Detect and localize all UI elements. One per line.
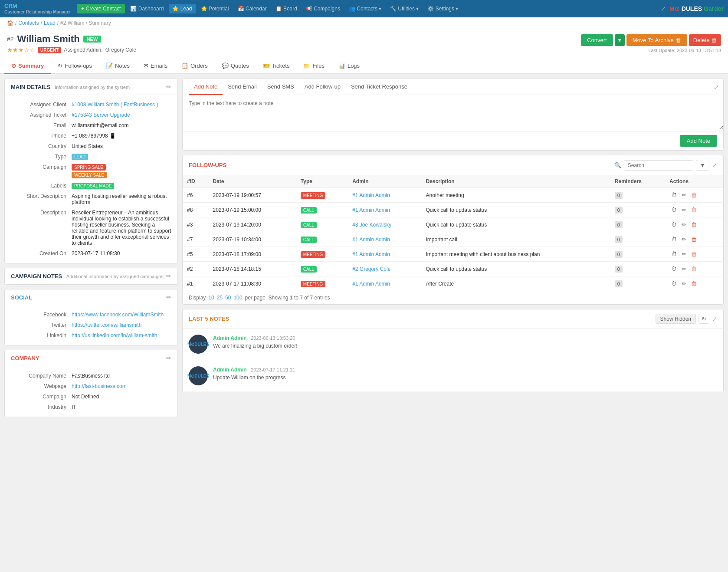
tab-tickets[interactable]: 🎫 Tickets [256, 58, 297, 74]
delete-icon[interactable]: 🗑 [689, 191, 698, 199]
star-icon[interactable]: ☆ [93, 154, 98, 160]
tab-send-sms[interactable]: Send SMS [262, 79, 299, 95]
table-row: #8 2023-07-19 15:00:00 CALL #1 Admin Adm… [183, 203, 723, 217]
note-textarea[interactable] [183, 95, 723, 130]
company-body: Company Name FastBusiness ltd Webpage ht… [5, 366, 177, 417]
tab-summary[interactable]: ⊙ Summary [4, 58, 51, 74]
row-description: Important call [422, 232, 610, 247]
page-size-50[interactable]: 50 [225, 295, 231, 301]
page-size-25[interactable]: 25 [217, 295, 223, 301]
tab-logs[interactable]: 📊 Logs [331, 58, 367, 74]
twitter-link[interactable]: https://twitter.com/williamsmith [72, 322, 141, 328]
expand-icon[interactable]: ⤢ [659, 3, 668, 14]
nav-potential[interactable]: ⭐ Potential [197, 4, 233, 13]
row-description: After Create [422, 276, 610, 291]
nav-utilities[interactable]: 🔧 Utilities ▾ [387, 4, 422, 13]
social-edit-icon[interactable]: ✏ [166, 294, 171, 301]
nav-calendar[interactable]: 📅 Calendar [234, 4, 270, 13]
edit-icon[interactable]: ✏ [680, 191, 688, 199]
convert-button[interactable]: Convert [581, 34, 613, 46]
add-note-expand-icon[interactable]: ⤢ [714, 84, 719, 91]
nav-lead[interactable]: ⭐ Lead [169, 4, 195, 13]
reminder-icon[interactable]: ⏱ [669, 206, 679, 214]
delete-icon[interactable]: 🗑 [689, 279, 698, 288]
nav-campaigns[interactable]: 📢 Campaigns [302, 4, 344, 13]
edit-icon[interactable]: ✏ [680, 250, 688, 258]
tab-send-email[interactable]: Send Email [223, 79, 262, 95]
tab-followups[interactable]: ↻ Follow-ups [51, 58, 99, 74]
campaign-spring-badge: SPRING SALE [72, 164, 106, 171]
archive-button[interactable]: Move To Archive 🗑 [626, 34, 687, 46]
reminder-icon[interactable]: ⏱ [669, 279, 679, 288]
detail-phone: Phone +1 0897897998 📱 [11, 131, 171, 141]
nav-dashboard[interactable]: 📊 Dashboard [127, 4, 167, 13]
reminder-icon[interactable]: ⏱ [669, 191, 679, 199]
tab-ticket-response[interactable]: Send Ticket Response [346, 79, 413, 95]
followups-filter-button[interactable]: ▼ [696, 160, 709, 171]
show-hidden-button[interactable]: Show Hidden [656, 314, 696, 324]
edit-icon[interactable]: ✏ [680, 206, 688, 214]
add-note-button[interactable]: Add Note [680, 135, 717, 147]
tab-orders[interactable]: 📋 Orders [174, 58, 215, 74]
delete-icon[interactable]: 🗑 [689, 235, 698, 243]
company-webpage-link[interactable]: http://fast-business.com [72, 383, 127, 389]
row-date: 2023-07-17 11:08:30 [209, 276, 296, 291]
row-actions: ⏱ ✏ 🗑 [665, 217, 723, 232]
tab-emails[interactable]: ✉ Emails [137, 58, 174, 74]
delete-button[interactable]: Delete 🗑 [689, 34, 721, 46]
row-type: MEETING [296, 276, 348, 291]
assigned-client-link[interactable]: #1008 William Smith ( FastBusiness ) [72, 102, 158, 108]
edit-icon[interactable]: ✏ [680, 265, 688, 273]
edit-icon[interactable]: ✏ [680, 220, 688, 229]
convert-dropdown-button[interactable]: ▾ [615, 34, 625, 46]
linkedin-link[interactable]: http://us.linkedin.com/in/william-smith [72, 332, 157, 339]
page-size-100[interactable]: 100 [233, 295, 242, 301]
main-details-subtitle: Information assigned by the system [55, 85, 130, 90]
assigned-ticket-link[interactable]: #175343 Server Upgrade [72, 112, 130, 118]
facebook-link[interactable]: https://www.facebook.com/WilliamSmith [72, 312, 164, 318]
create-contact-button[interactable]: + Create Contact [77, 4, 125, 13]
detail-country: Country United States [11, 141, 171, 151]
reminder-icon[interactable]: ⏱ [669, 220, 679, 229]
company-campaign-value: Not Defined [72, 394, 171, 400]
company-header: COMPANY ✏ [5, 350, 177, 366]
home-icon[interactable]: 🏠 [7, 20, 13, 26]
assigned-admin-label: Assigned Admin: [64, 47, 102, 53]
reminder-icon[interactable]: ⏱ [669, 250, 679, 258]
campaign-notes-edit-icon[interactable]: ✏ [166, 273, 171, 279]
tab-files[interactable]: 📁 Files [296, 58, 331, 74]
reminder-icon[interactable]: ⏱ [669, 265, 679, 273]
delete-icon[interactable]: 🗑 [689, 220, 698, 229]
followups-expand-icon[interactable]: ⤢ [712, 162, 717, 169]
refresh-notes-button[interactable]: ↻ [698, 314, 709, 324]
tab-quotes[interactable]: 💬 Quotes [215, 58, 256, 74]
header-right: Convert ▾ Move To Archive 🗑 Delete 🗑 Las… [581, 34, 721, 53]
page-size-10[interactable]: 10 [208, 295, 214, 301]
delete-icon[interactable]: 🗑 [689, 206, 698, 214]
row-actions: ⏱ ✏ 🗑 [665, 276, 723, 291]
delete-icon[interactable]: 🗑 [689, 265, 698, 273]
followups-search-input[interactable] [624, 160, 693, 171]
main-details-header: MAIN DETAILS Information assigned by the… [5, 79, 177, 95]
edit-icon[interactable]: ✏ [680, 279, 688, 288]
add-note-card: Add Note Send Email Send SMS Add Follow-… [182, 79, 724, 151]
reminder-icon[interactable]: ⏱ [669, 235, 679, 243]
breadcrumb-contacts[interactable]: Contacts [18, 20, 39, 26]
nav-settings[interactable]: ⚙️ Settings ▾ [424, 4, 462, 13]
row-actions: ⏱ ✏ 🗑 [665, 203, 723, 217]
tab-add-note[interactable]: Add Note [189, 79, 223, 95]
row-reminders: 0 [610, 232, 665, 247]
breadcrumb-lead[interactable]: Lead [44, 20, 56, 26]
edit-icon[interactable]: ✏ [680, 235, 688, 243]
nav-contacts[interactable]: 👥 Contacts ▾ [345, 4, 385, 13]
tab-add-followup[interactable]: Add Follow-up [299, 79, 346, 95]
breadcrumb: 🏠 / Contacts / Lead / #2 William / Summa… [0, 17, 728, 29]
expand-notes-button[interactable]: ⤢ [712, 314, 717, 324]
delete-icon[interactable]: 🗑 [689, 250, 698, 258]
company-edit-icon[interactable]: ✏ [166, 355, 171, 362]
nav-board[interactable]: 📋 Board [272, 4, 301, 13]
main-details-title: MAIN DETAILS [11, 84, 50, 90]
tab-notes[interactable]: 📝 Notes [99, 58, 137, 74]
main-details-edit-icon[interactable]: ✏ [166, 83, 171, 90]
row-date: 2023-07-19 15:00:00 [209, 203, 296, 217]
